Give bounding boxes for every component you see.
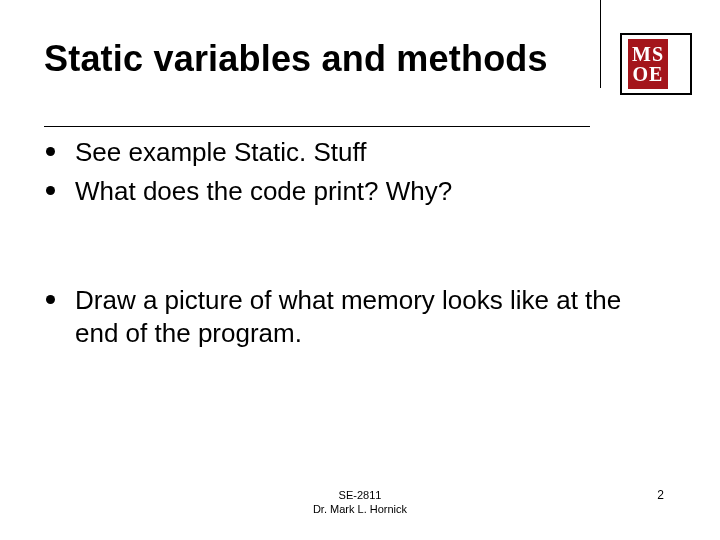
- logo-text-line1: MS: [632, 44, 664, 64]
- msoe-logo: MS OE: [620, 33, 692, 95]
- slide: Static variables and methods MS OE See e…: [0, 0, 720, 540]
- bullet-dot-icon: [46, 186, 55, 195]
- slide-title: Static variables and methods: [44, 38, 590, 80]
- slide-footer: SE-2811 Dr. Mark L. Hornick 2: [0, 488, 720, 518]
- bullet-text: Draw a picture of what memory looks like…: [75, 284, 664, 350]
- bullet-text: See example Static. Stuff: [75, 136, 366, 169]
- bullet-text: What does the code print? Why?: [75, 175, 452, 208]
- title-area: Static variables and methods: [44, 38, 590, 80]
- slide-body: See example Static. Stuff What does the …: [44, 136, 664, 356]
- logo-text-line2: OE: [633, 64, 664, 84]
- footer-page-number: 2: [657, 488, 664, 502]
- footer-course: SE-2811: [0, 488, 720, 502]
- title-underline: [44, 126, 590, 127]
- spacer: [44, 214, 664, 284]
- title-vertical-rule: [600, 0, 601, 88]
- bullet-dot-icon: [46, 147, 55, 156]
- bullet-item: Draw a picture of what memory looks like…: [44, 284, 664, 350]
- logo-red-box: MS OE: [628, 39, 668, 89]
- bullet-item: What does the code print? Why?: [44, 175, 664, 208]
- bullet-dot-icon: [46, 295, 55, 304]
- footer-author: Dr. Mark L. Hornick: [0, 502, 720, 516]
- bullet-item: See example Static. Stuff: [44, 136, 664, 169]
- footer-center: SE-2811 Dr. Mark L. Hornick: [0, 488, 720, 516]
